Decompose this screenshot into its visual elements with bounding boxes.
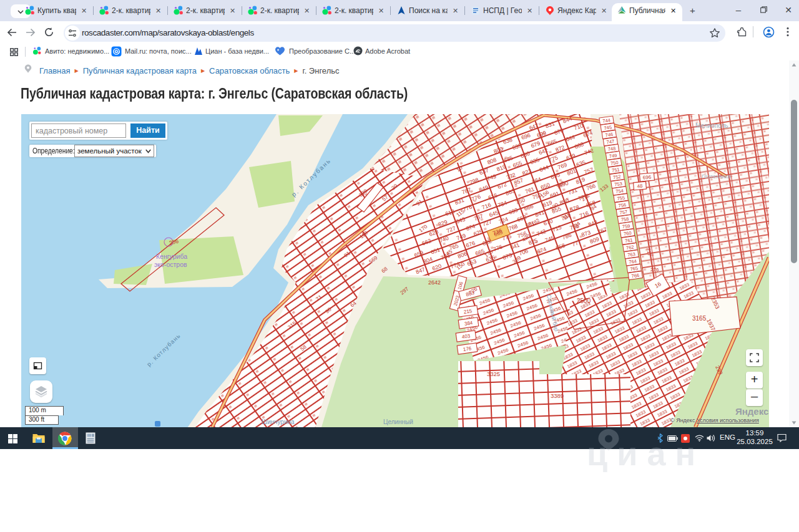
svg-text:2642: 2642 (428, 279, 441, 286)
svg-text:2500: 2500 (577, 297, 591, 304)
svg-text:751: 751 (612, 167, 620, 173)
svg-text:750: 750 (610, 160, 619, 167)
svg-text:754: 754 (615, 188, 624, 195)
svg-text:эко-остров: эко-остров (154, 261, 187, 268)
svg-text:3325: 3325 (487, 370, 500, 377)
svg-text:696: 696 (642, 174, 652, 180)
svg-text:3389: 3389 (551, 392, 564, 399)
svg-text:756: 756 (618, 202, 627, 209)
svg-text:761: 761 (625, 237, 634, 244)
svg-text:757: 757 (619, 209, 628, 216)
svg-text:758: 758 (620, 216, 629, 223)
svg-text:748: 748 (607, 145, 616, 152)
svg-text:744: 744 (602, 117, 611, 124)
svg-text:752: 752 (613, 174, 622, 181)
svg-text:755: 755 (617, 195, 625, 201)
svg-text:Геотехника: Геотехника (702, 173, 731, 180)
svg-text:Кенгуриба: Кенгуриба (156, 253, 187, 260)
svg-text:Шинчурина: Шинчурина (262, 418, 295, 425)
svg-text:747: 747 (606, 138, 615, 145)
svg-text:745: 745 (604, 124, 612, 131)
svg-text:762: 762 (626, 244, 635, 251)
svg-text:276: 276 (650, 267, 659, 273)
svg-text:765: 765 (630, 265, 639, 272)
svg-text:Мелиополь: Мелиополь (695, 122, 728, 129)
svg-text:753: 753 (614, 181, 623, 188)
svg-text:215: 215 (463, 308, 473, 315)
svg-text:Целинный: Целинный (383, 418, 413, 425)
svg-text:759: 759 (622, 223, 630, 230)
svg-text:764: 764 (629, 258, 637, 265)
svg-text:403: 403 (461, 333, 471, 340)
svg-text:3165: 3165 (692, 315, 707, 322)
svg-text:763: 763 (627, 251, 636, 258)
svg-text:766: 766 (631, 273, 640, 279)
svg-text:746: 746 (605, 132, 614, 138)
svg-text:176: 176 (463, 346, 472, 352)
svg-text:48: 48 (637, 183, 643, 190)
svg-text:384: 384 (464, 320, 473, 327)
svg-text:760: 760 (623, 230, 632, 237)
svg-text:749: 749 (609, 153, 617, 160)
